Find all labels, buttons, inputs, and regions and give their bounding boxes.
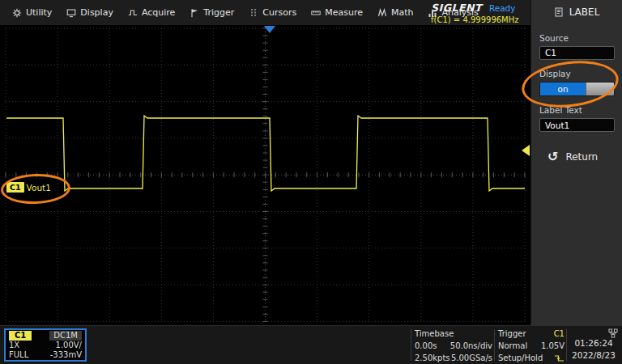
timebase-block[interactable]: Timebase 0.00s 50.0ns/div 2.50kpts 5.00G… xyxy=(415,329,492,363)
channel-marker: C1 xyxy=(6,182,24,193)
timebase-delay: 0.00s xyxy=(415,341,437,351)
source-label: Source xyxy=(539,33,622,43)
menu-label: Math xyxy=(391,7,414,18)
monitor-icon xyxy=(66,8,76,18)
math-icon xyxy=(377,8,387,18)
channel-info-block[interactable]: C1 DC1M 1X 1.00V/ FULL -333mV xyxy=(4,328,87,362)
menu-item-cursors[interactable]: Cursors xyxy=(241,0,304,25)
trigger-mode: Normal xyxy=(498,341,527,351)
menu-item-trigger[interactable]: Trigger xyxy=(182,0,241,25)
trigger-level-marker[interactable] xyxy=(522,145,530,156)
trigger-source: C1 xyxy=(554,329,564,339)
menu-label: Utility xyxy=(26,7,52,18)
divider xyxy=(566,329,567,361)
menu-label: Measure xyxy=(325,7,363,18)
flag-icon xyxy=(190,8,199,18)
timebase-memory: 2.50kpts xyxy=(415,353,450,363)
date-display: 2022/8/23 xyxy=(569,349,619,362)
display-label: Display xyxy=(539,69,622,78)
falling-edge-icon xyxy=(554,354,564,363)
menu-label: Display xyxy=(80,7,113,18)
menu-item-utility[interactable]: Utility xyxy=(5,0,59,25)
panel-header: LABEL xyxy=(531,0,622,24)
grid xyxy=(6,28,525,321)
menu-item-display[interactable]: Display xyxy=(59,0,121,25)
label-text-input[interactable] xyxy=(539,118,615,132)
trigger-block[interactable]: Trigger C1 Normal 1.05V Setup/Hold xyxy=(498,329,564,363)
channel-label[interactable]: C1 Vout1 xyxy=(6,182,51,193)
toggle-knob xyxy=(586,83,614,95)
gear-icon xyxy=(12,8,22,18)
time-display: 01:26:24 xyxy=(569,337,619,349)
label-text-label: Label Text xyxy=(539,105,622,115)
ruler-icon xyxy=(311,8,321,18)
channel-attenuation: 1X xyxy=(9,341,19,350)
timebase-samplerate: 5.00GSa/s xyxy=(451,353,492,363)
channel-name-badge: C1 xyxy=(9,331,32,341)
trigger-type: Setup/Hold xyxy=(498,353,543,363)
menu-bar: Utility Display Acquire Trigger Cursors xyxy=(0,0,530,25)
channel-vdiv: 1.00V/ xyxy=(56,341,82,350)
panel-title: LABEL xyxy=(569,6,600,18)
return-label: Return xyxy=(565,151,598,163)
square-wave-icon xyxy=(128,8,138,18)
toggle-on-segment: on xyxy=(540,83,586,95)
menu-label: Acquire xyxy=(142,7,175,18)
network-icon[interactable] xyxy=(608,328,618,338)
clock-block: 01:26:24 2022/8/23 xyxy=(569,337,619,362)
divider xyxy=(494,329,495,361)
channel-coupling: DC1M xyxy=(49,331,82,341)
trigger-title: Trigger xyxy=(498,329,526,339)
menu-item-acquire[interactable]: Acquire xyxy=(121,0,182,25)
oscilloscope-screen: Utility Display Acquire Trigger Cursors xyxy=(0,0,622,364)
menu-label: Cursors xyxy=(262,7,296,18)
divider xyxy=(411,329,411,361)
channel-bandwidth: FULL xyxy=(9,350,28,360)
acquisition-status: Ready xyxy=(489,3,516,13)
display-toggle[interactable]: on xyxy=(539,82,615,96)
brand-block: SIGLENT Ready f(C1) = 4.999996MHz xyxy=(431,2,526,24)
source-select[interactable]: C1 xyxy=(539,46,615,60)
trigger-level: 1.05V xyxy=(541,341,564,351)
menu-item-math[interactable]: Math xyxy=(370,0,421,25)
channel-offset: -333mV xyxy=(50,350,82,360)
waveform-area[interactable]: C1 Vout1 xyxy=(0,25,530,325)
cursors-icon xyxy=(249,8,258,18)
return-icon: ↺ xyxy=(547,151,558,163)
trigger-position-marker[interactable] xyxy=(264,26,275,33)
menu-item-measure[interactable]: Measure xyxy=(304,0,370,25)
return-button[interactable]: ↺ Return xyxy=(547,151,622,163)
menu-label: Trigger xyxy=(203,7,234,18)
timebase-title: Timebase xyxy=(415,329,454,339)
status-bar: C1 DC1M 1X 1.00V/ FULL -333mV Timebase 0… xyxy=(0,325,622,364)
graticule xyxy=(0,25,530,325)
channel-label-text: Vout1 xyxy=(27,183,51,193)
siglent-logo: SIGLENT xyxy=(431,2,482,14)
timebase-scale: 50.0ns/div xyxy=(450,341,492,351)
frequency-readout: f(C1) = 4.999996MHz xyxy=(431,15,526,24)
label-icon xyxy=(554,7,564,17)
label-panel: LABEL Source C1 Display on Label Text ↺ … xyxy=(530,0,622,325)
